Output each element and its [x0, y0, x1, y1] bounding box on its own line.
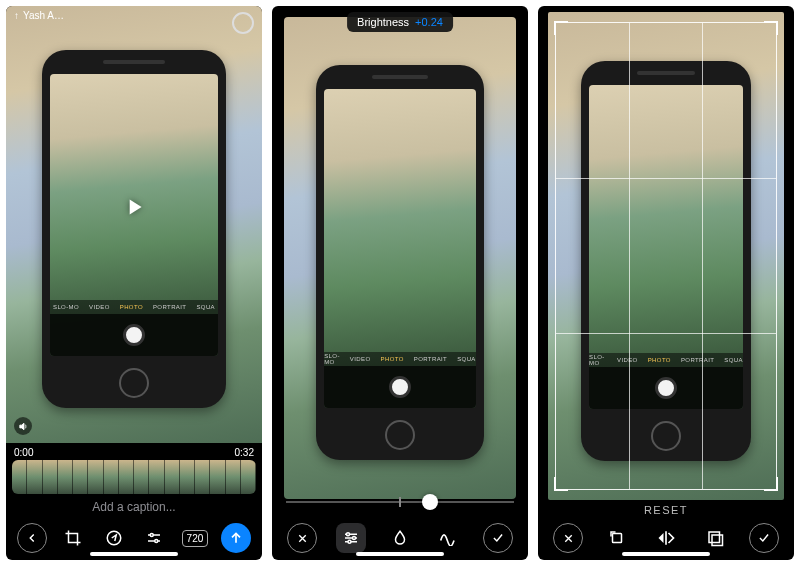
panel-video-edit: SLO-MO VIDEO PHOTO PORTRAIT SQUA ↑ Yash … — [6, 6, 262, 560]
aspect-icon[interactable] — [700, 523, 730, 553]
preview-area[interactable]: SLO-MO VIDEO PHOTO PORTRAIT SQUA — [538, 6, 794, 494]
blur-tab[interactable] — [385, 523, 415, 553]
curves-tab[interactable] — [434, 523, 464, 553]
adjust-tab[interactable] — [336, 523, 366, 553]
cancel-button[interactable] — [287, 523, 317, 553]
phone-mockup: SLO-MO VIDEO PHOTO PORTRAIT SQUA — [316, 65, 483, 460]
adjust-value: +0.24 — [415, 16, 443, 28]
time-end: 0:32 — [235, 447, 254, 458]
home-indicator — [356, 552, 444, 556]
svg-rect-8 — [712, 535, 723, 546]
preview-image: SLO-MO VIDEO PHOTO PORTRAIT SQUA — [6, 6, 262, 443]
profile-ring-icon[interactable] — [232, 12, 254, 34]
markup-icon[interactable] — [99, 523, 129, 553]
svg-rect-7 — [709, 532, 720, 543]
send-button[interactable] — [221, 523, 251, 553]
panel-crop: SLO-MO VIDEO PHOTO PORTRAIT SQUA — [538, 6, 794, 560]
adjust-pill: Brightness +0.24 — [347, 12, 453, 32]
svg-point-3 — [347, 533, 350, 536]
crop-frame[interactable] — [555, 22, 777, 491]
svg-point-2 — [155, 540, 158, 543]
home-indicator — [90, 552, 178, 556]
time-start: 0:00 — [14, 447, 33, 458]
play-icon[interactable] — [121, 194, 147, 220]
crop-handle-br[interactable] — [764, 477, 778, 491]
crop-icon[interactable] — [58, 523, 88, 553]
rotate-icon[interactable] — [602, 523, 632, 553]
video-scrubber[interactable] — [12, 460, 256, 494]
crop-handle-bl[interactable] — [554, 477, 568, 491]
resolution-button[interactable]: 720 — [180, 523, 210, 553]
flip-icon[interactable] — [651, 523, 681, 553]
svg-point-1 — [151, 534, 154, 537]
crop-handle-tl[interactable] — [554, 21, 568, 35]
svg-point-4 — [353, 537, 356, 540]
confirm-button[interactable] — [483, 523, 513, 553]
time-row: 0:00 0:32 — [6, 443, 262, 460]
crop-handle-tr[interactable] — [764, 21, 778, 35]
panel-adjust: SLO-MO VIDEO PHOTO PORTRAIT SQUA Brightn… — [272, 6, 528, 560]
slider-knob[interactable] — [422, 494, 438, 510]
adjust-icon[interactable] — [139, 523, 169, 553]
confirm-button[interactable] — [749, 523, 779, 553]
back-button[interactable] — [17, 523, 47, 553]
preview-area[interactable]: SLO-MO VIDEO PHOTO PORTRAIT SQUA ↑ Yash … — [6, 6, 262, 443]
share-author-label: ↑ Yash A… — [14, 10, 64, 21]
brightness-slider[interactable] — [286, 488, 514, 516]
svg-rect-6 — [613, 534, 622, 543]
preview-area[interactable]: SLO-MO VIDEO PHOTO PORTRAIT SQUA Brightn… — [272, 6, 528, 488]
mute-icon[interactable] — [14, 417, 32, 435]
home-indicator — [622, 552, 710, 556]
svg-point-5 — [348, 540, 351, 543]
svg-point-0 — [107, 531, 121, 545]
cancel-button[interactable] — [553, 523, 583, 553]
adjust-label: Brightness — [357, 16, 409, 28]
caption-input[interactable]: Add a caption... — [6, 494, 262, 516]
phone-mockup: SLO-MO VIDEO PHOTO PORTRAIT SQUA — [42, 50, 226, 408]
